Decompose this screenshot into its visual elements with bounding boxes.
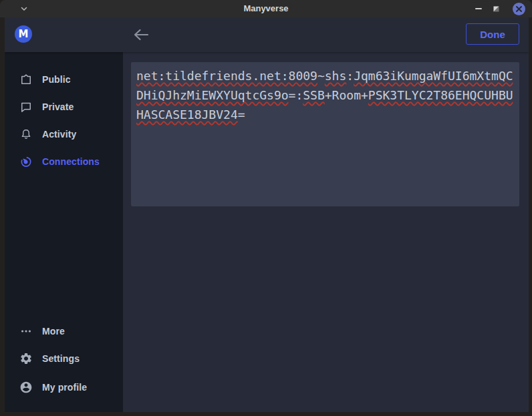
connections-dial-icon xyxy=(19,155,33,168)
sidebar-item-label: My profile xyxy=(42,382,87,393)
titlebar: Manyverse xyxy=(0,0,532,17)
sidebar-item-label: Connections xyxy=(42,156,100,167)
minimize-icon xyxy=(475,8,482,9)
app-header: M Done xyxy=(5,17,529,52)
sidebar-item-activity[interactable]: Activity xyxy=(5,120,123,148)
gear-icon xyxy=(19,352,33,365)
sidebar-item-public[interactable]: Public xyxy=(5,65,123,93)
sidebar-item-settings[interactable]: Settings xyxy=(5,345,123,372)
sidebar-item-label: More xyxy=(42,326,65,337)
sidebar-item-label: Activity xyxy=(42,129,76,140)
account-circle-icon xyxy=(19,381,33,394)
invite-code-input[interactable]: net:tildefriends.net:8009~shs:Jqm63iKumg… xyxy=(131,62,519,206)
window-title: Manyverse xyxy=(0,0,532,17)
sidebar-item-my-profile[interactable]: My profile xyxy=(5,373,123,401)
logo-letter: M xyxy=(19,28,29,40)
back-arrow-icon[interactable] xyxy=(133,28,149,44)
restore-icon xyxy=(493,5,500,13)
ellipsis-icon xyxy=(19,325,33,338)
message-icon xyxy=(19,100,33,114)
close-icon xyxy=(513,3,525,15)
sidebar-item-label: Private xyxy=(42,101,74,112)
bulletin-board-icon xyxy=(19,73,33,86)
minimize-button[interactable] xyxy=(471,0,487,17)
content-area: net:tildefriends.net:8009~shs:Jqm63iKumg… xyxy=(123,52,529,412)
done-button[interactable]: Done xyxy=(466,23,519,45)
restore-button[interactable] xyxy=(488,0,504,17)
app-window: M Done Public Private xyxy=(5,17,529,412)
sidebar-item-more[interactable]: More xyxy=(5,317,123,345)
sidebar-item-label: Settings xyxy=(42,353,80,364)
bell-icon xyxy=(19,128,33,141)
sidebar-item-private[interactable]: Private xyxy=(5,93,123,120)
sidebar-item-label: Public xyxy=(42,74,71,85)
close-button[interactable] xyxy=(511,0,527,17)
manyverse-logo: M xyxy=(15,25,32,43)
sidebar-item-connections[interactable]: Connections xyxy=(5,148,123,175)
sidebar: Public Private Activity xyxy=(5,52,123,412)
